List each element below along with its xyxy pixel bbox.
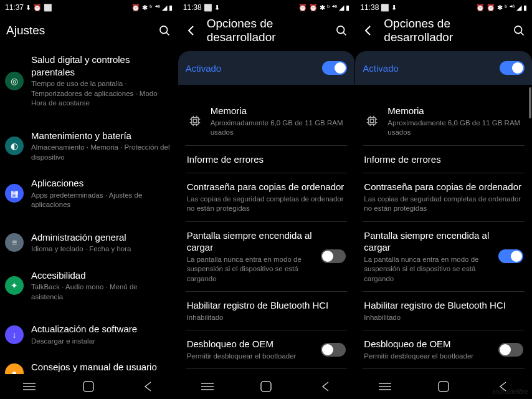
recents-button[interactable]	[373, 374, 397, 399]
list-item[interactable]: Contraseña para copias de ordenador Las …	[178, 173, 355, 221]
dev-options-list: Memoria Aproximadamente 6,0 GB de 11 GB …	[178, 97, 355, 374]
scrollbar[interactable]	[529, 87, 531, 118]
item-title: Informe de errores	[187, 153, 346, 166]
back-icon[interactable]	[361, 24, 375, 37]
home-button[interactable]	[254, 374, 278, 399]
list-item[interactable]: ≡ Administración general Idioma y teclad…	[0, 224, 178, 262]
back-button[interactable]	[135, 374, 160, 399]
svg-rect-5	[83, 382, 93, 392]
svg-rect-25	[371, 120, 374, 123]
svg-rect-37	[439, 382, 449, 392]
master-toggle[interactable]	[500, 61, 525, 75]
phone-developer-options-a: 11:38 ⬜ ⬇ ⏰ ⏰ ✱ ᵇ ⁴⁶ ◢ ▮ Opciones de des…	[178, 0, 355, 399]
back-button[interactable]	[490, 374, 515, 399]
oem-unlock-toggle[interactable]	[321, 343, 346, 357]
stay-awake-toggle[interactable]	[498, 249, 523, 263]
item-sub: Las copias de seguridad completas de ord…	[364, 195, 523, 214]
chip-icon	[364, 113, 380, 129]
nav-bar	[0, 374, 178, 399]
search-icon[interactable]	[158, 24, 171, 37]
tips-icon: ●	[5, 363, 24, 374]
item-sub: Aproximadamente 6,0 GB de 11 GB RAM usad…	[211, 118, 346, 138]
settings-list: ◎ Salud digital y controles parentales T…	[0, 46, 178, 374]
list-item[interactable]: Contraseña para copias de ordenador Las …	[355, 173, 532, 221]
item-title: Desbloqueo de OEM	[187, 338, 314, 350]
item-sub: Idioma y teclado · Fecha y hora	[31, 244, 171, 254]
chip-icon	[187, 113, 203, 129]
list-item[interactable]: Servicios en ejecución Ver y controlar l…	[178, 369, 355, 374]
dev-options-list: Memoria Aproximadamente 6,0 GB de 11 GB …	[355, 97, 532, 374]
item-sub: Permitir desbloquear el bootloader	[187, 352, 314, 362]
item-title: Memoria	[211, 105, 346, 117]
search-icon[interactable]	[335, 24, 348, 37]
item-title: Mantenimiento y batería	[31, 130, 171, 142]
item-title: Habilitar registro de Bluetooth HCI	[187, 299, 346, 312]
header: Opciones de desarrollador	[178, 15, 355, 46]
list-item[interactable]: Pantalla siempre encendida al cargar La …	[355, 222, 532, 292]
list-item[interactable]: Desbloqueo de OEM Permitir desbloquear e…	[178, 330, 355, 368]
list-item[interactable]: ● Consejos y manual de usuario Consejos …	[0, 353, 178, 374]
svg-point-0	[160, 26, 168, 34]
nav-bar	[355, 374, 532, 399]
list-item[interactable]: Desbloqueo de OEM Permitir desbloquear e…	[355, 330, 532, 368]
master-toggle[interactable]	[322, 61, 347, 75]
item-sub: La pantalla nunca entra en modo de suspe…	[364, 255, 491, 284]
item-sub: Aproximadamente 6,0 GB de 11 GB RAM usad…	[387, 118, 523, 138]
watermark: androidelibre	[492, 388, 528, 395]
oem-unlock-toggle[interactable]	[498, 343, 523, 357]
item-sub: TalkBack · Audio mono · Menú de asistenc…	[31, 282, 171, 302]
list-item[interactable]: ✦ Accesibilidad TalkBack · Audio mono · …	[0, 262, 178, 310]
status-right-icons: ⏰ ⏰ ✱ ᵇ ⁴⁶ ◢ ▮	[298, 4, 349, 12]
item-title: Actualización de software	[31, 323, 171, 335]
list-item[interactable]: Habilitar registro de Bluetooth HCI Inha…	[178, 292, 355, 330]
status-bar: 11:38 ⬜ ⬇ ⏰ ⏰ ✱ ᵇ ⁴⁶ ◢ ▮	[178, 0, 355, 15]
header: Opciones de desarrollador	[355, 15, 532, 46]
back-button[interactable]	[313, 374, 338, 399]
page-title: Opciones de desarrollador	[207, 17, 326, 44]
activated-label: Activado	[186, 63, 222, 74]
list-item[interactable]: Pantalla siempre encendida al cargar La …	[178, 222, 355, 292]
list-item[interactable]: Servicios en ejecución Ver y controlar l…	[355, 369, 532, 374]
item-title: Consejos y manual de usuario	[31, 361, 171, 373]
home-button[interactable]	[76, 374, 101, 399]
stay-awake-toggle[interactable]	[321, 249, 346, 263]
item-sub: Descargar e instalar	[31, 337, 171, 347]
maintenance-icon: ◐	[5, 137, 24, 155]
activated-label: Activado	[363, 63, 399, 74]
home-button[interactable]	[431, 374, 456, 399]
item-sub: Inhabilitado	[187, 313, 346, 323]
item-title: Aplicaciones	[31, 177, 171, 190]
list-item[interactable]: Informe de errores	[178, 146, 355, 173]
header: Ajustes	[0, 15, 178, 46]
list-item[interactable]: ▦ Aplicaciones Apps predeterminadas · Aj…	[0, 170, 178, 218]
item-title: Informe de errores	[364, 153, 523, 166]
item-sub: Apps predeterminadas · Ajustes de aplica…	[31, 191, 171, 210]
item-title: Accesibilidad	[31, 269, 171, 282]
memory-item[interactable]: Memoria Aproximadamente 6,0 GB de 11 GB …	[178, 97, 355, 145]
item-title: Desbloqueo de OEM	[364, 338, 491, 350]
status-right-icons: ⏰ ⏰ ✱ ᵇ ⁴⁶ ◢ ▮	[476, 4, 527, 12]
recents-button[interactable]	[17, 374, 42, 399]
list-item[interactable]: ◎ Salud digital y controles parentales T…	[0, 46, 178, 116]
list-item[interactable]: ◐ Mantenimiento y batería Almacenamiento…	[0, 122, 178, 170]
svg-line-7	[344, 32, 346, 35]
svg-point-22	[515, 26, 522, 34]
item-title: Salud digital y controles parentales	[31, 54, 171, 78]
svg-rect-24	[369, 118, 376, 125]
status-left-icons: ⬜ ⬇	[381, 4, 397, 12]
svg-rect-21	[261, 382, 271, 392]
back-icon[interactable]	[184, 24, 198, 37]
master-toggle-banner: Activado	[355, 51, 532, 85]
list-item[interactable]: ↓ Actualización de software Descargar e …	[0, 315, 178, 353]
recents-button[interactable]	[195, 374, 220, 399]
memory-item[interactable]: Memoria Aproximadamente 6,0 GB de 11 GB …	[355, 97, 532, 145]
page-title: Ajustes	[6, 24, 149, 37]
phone-developer-options-b: 11:38 ⬜ ⬇ ⏰ ⏰ ✱ ᵇ ⁴⁶ ◢ ▮ Opciones de des…	[354, 0, 532, 399]
list-item[interactable]: Habilitar registro de Bluetooth HCI Inha…	[355, 292, 532, 330]
status-time: 11:38	[183, 3, 202, 12]
list-item[interactable]: Informe de errores	[355, 146, 532, 173]
search-icon[interactable]	[512, 24, 526, 37]
apps-icon: ▦	[5, 184, 24, 203]
svg-point-6	[337, 26, 344, 34]
master-toggle-banner: Activado	[178, 51, 355, 85]
